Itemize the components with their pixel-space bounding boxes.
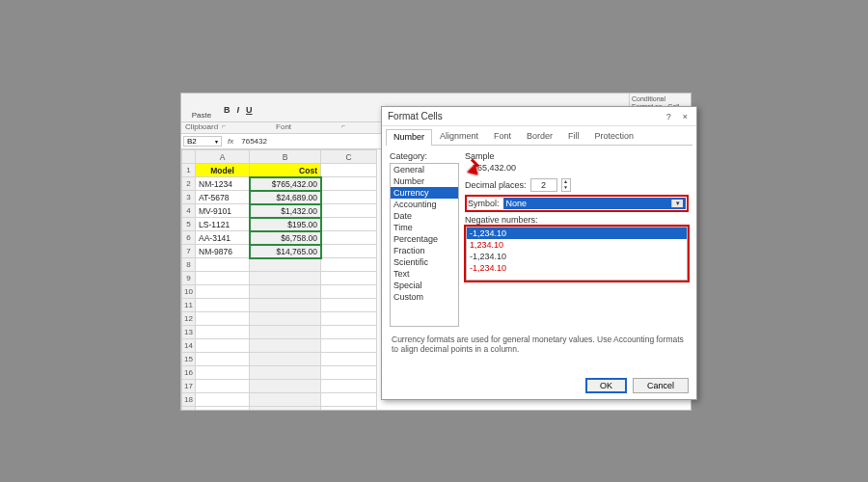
row-header[interactable]: 13 xyxy=(182,326,196,339)
cell[interactable] xyxy=(321,339,377,353)
category-item[interactable]: General xyxy=(391,164,458,175)
cell[interactable] xyxy=(321,393,377,407)
cell[interactable] xyxy=(196,393,250,407)
cell[interactable]: AA-3141 xyxy=(196,231,250,245)
cell[interactable]: NM-1234 xyxy=(196,177,250,191)
cell[interactable] xyxy=(196,380,250,393)
category-item[interactable]: Accounting xyxy=(391,199,458,210)
row-header[interactable]: 19 xyxy=(182,407,196,411)
cell[interactable]: $765,432.00 xyxy=(250,177,321,191)
cell[interactable] xyxy=(250,393,321,407)
cell[interactable] xyxy=(196,353,250,366)
category-item[interactable]: Date xyxy=(391,210,458,222)
cell[interactable] xyxy=(250,299,321,312)
name-box-dropdown-icon[interactable]: ▾ xyxy=(215,138,218,145)
category-item[interactable]: Special xyxy=(391,280,458,291)
cell[interactable] xyxy=(250,353,321,366)
cell[interactable]: $14,765.00 xyxy=(250,245,321,258)
row-header[interactable]: 8 xyxy=(182,258,196,272)
cell[interactable]: $195.00 xyxy=(250,218,321,231)
row-header[interactable]: 12 xyxy=(182,312,196,326)
cell[interactable] xyxy=(196,366,250,380)
row-header[interactable]: 6 xyxy=(182,231,196,245)
cell[interactable] xyxy=(196,285,250,299)
col-header-B[interactable]: B xyxy=(250,150,321,164)
formula-value[interactable]: 765432 xyxy=(237,137,271,146)
cell[interactable] xyxy=(250,407,321,411)
cell[interactable] xyxy=(196,407,250,411)
cell[interactable] xyxy=(250,380,321,393)
cell[interactable]: LS-1121 xyxy=(196,218,250,231)
row-header[interactable]: 1 xyxy=(182,164,196,177)
cell[interactable] xyxy=(321,299,377,312)
cell[interactable]: NM-9876 xyxy=(196,245,250,258)
cell[interactable] xyxy=(196,326,250,339)
cell[interactable]: Model xyxy=(196,164,250,177)
negative-numbers-list[interactable]: -1,234.101,234.10-1,234.10-1,234.10 xyxy=(466,227,688,281)
tab-alignment[interactable]: Alignment xyxy=(432,128,486,145)
cell[interactable]: $1,432.00 xyxy=(250,204,321,218)
paste-button[interactable]: Paste xyxy=(187,111,216,121)
cell[interactable] xyxy=(321,312,377,326)
cell[interactable] xyxy=(321,231,377,245)
spinner-down-icon[interactable]: ▼ xyxy=(562,185,570,191)
cell[interactable] xyxy=(321,366,377,380)
underline-button[interactable]: U xyxy=(244,104,255,116)
cell[interactable] xyxy=(321,407,377,411)
category-item[interactable]: Time xyxy=(391,222,458,233)
cell[interactable]: AT-5678 xyxy=(196,191,250,204)
close-button[interactable]: × xyxy=(680,112,691,121)
cell[interactable] xyxy=(250,258,321,272)
negative-format-item[interactable]: -1,234.10 xyxy=(467,251,687,262)
row-header[interactable]: 4 xyxy=(182,204,196,218)
conditional-label[interactable]: Conditional xyxy=(632,95,689,103)
cell[interactable] xyxy=(250,312,321,326)
cell[interactable]: Cost xyxy=(250,164,321,177)
category-item[interactable]: Text xyxy=(391,268,458,280)
cell[interactable] xyxy=(321,353,377,366)
dropdown-chevron-icon[interactable]: ▾ xyxy=(671,200,683,207)
cell[interactable] xyxy=(321,218,377,231)
name-box[interactable]: B2 ▾ xyxy=(183,136,222,147)
category-item[interactable]: Scientific xyxy=(391,256,458,268)
cell[interactable]: $24,689.00 xyxy=(250,191,321,204)
col-header-C[interactable]: C xyxy=(321,150,377,164)
cell[interactable] xyxy=(196,312,250,326)
cell[interactable] xyxy=(321,204,377,218)
cell[interactable] xyxy=(196,339,250,353)
row-header[interactable]: 14 xyxy=(182,339,196,353)
ok-button[interactable]: OK xyxy=(585,378,627,393)
col-header-A[interactable]: A xyxy=(196,150,250,164)
category-item[interactable]: Currency xyxy=(391,187,458,199)
row-header[interactable]: 3 xyxy=(182,191,196,204)
cell[interactable] xyxy=(321,258,377,272)
font-launcher-icon[interactable]: ⌐ xyxy=(341,122,345,133)
cell[interactable] xyxy=(321,326,377,339)
tab-protection[interactable]: Protection xyxy=(587,128,642,145)
negative-format-item[interactable]: -1,234.10 xyxy=(467,262,687,274)
row-header[interactable]: 7 xyxy=(182,245,196,258)
symbol-dropdown[interactable]: None ▾ xyxy=(503,198,686,209)
bold-button[interactable]: B xyxy=(222,104,232,116)
row-header[interactable]: 2 xyxy=(182,177,196,191)
help-button[interactable]: ? xyxy=(664,112,674,121)
row-header[interactable]: 10 xyxy=(182,285,196,299)
category-item[interactable]: Fraction xyxy=(391,245,458,256)
cell[interactable] xyxy=(321,177,377,191)
cell[interactable] xyxy=(321,164,377,177)
cell[interactable] xyxy=(250,366,321,380)
tab-number[interactable]: Number xyxy=(386,129,432,146)
tab-fill[interactable]: Fill xyxy=(560,128,587,145)
cell[interactable] xyxy=(321,245,377,258)
cell[interactable] xyxy=(196,258,250,272)
cell[interactable] xyxy=(321,191,377,204)
category-item[interactable]: Percentage xyxy=(391,233,458,245)
fx-icon[interactable]: fx xyxy=(224,137,237,146)
tab-font[interactable]: Font xyxy=(486,128,519,145)
negative-format-item[interactable]: 1,234.10 xyxy=(467,239,687,251)
cell[interactable]: MV-9101 xyxy=(196,204,250,218)
negative-format-item[interactable]: -1,234.10 xyxy=(467,228,687,239)
cancel-button[interactable]: Cancel xyxy=(633,378,689,393)
row-header[interactable]: 5 xyxy=(182,218,196,231)
select-all-corner[interactable] xyxy=(182,150,196,164)
